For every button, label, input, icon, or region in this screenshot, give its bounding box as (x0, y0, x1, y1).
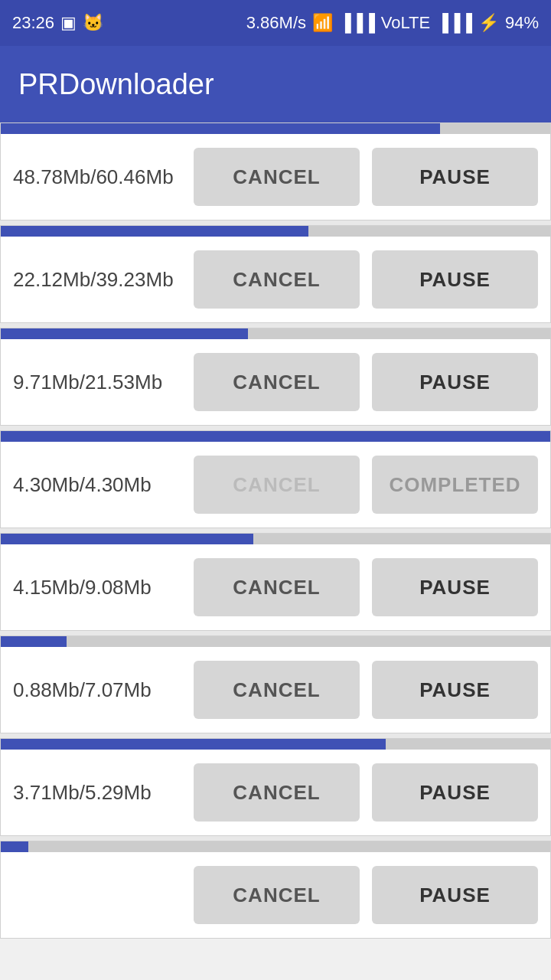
signal2-icon: ▐▐▐ (436, 13, 472, 33)
download-card: 4.15Mb/9.08MbCANCELPAUSE (0, 533, 551, 631)
progress-bar (1, 226, 308, 237)
completed-button: COMPLETED (372, 456, 538, 514)
file-size-label: 0.88Mb/7.07Mb (13, 678, 181, 702)
app-bar: PRDownloader (0, 46, 551, 122)
pause-button[interactable]: PAUSE (372, 250, 538, 309)
progress-bar-container (1, 431, 550, 442)
battery-percent: 94% (505, 13, 539, 33)
progress-bar (1, 636, 67, 647)
progress-bar (1, 841, 28, 852)
volte-label: VoLTE (381, 13, 430, 33)
file-size-label: 4.15Mb/9.08Mb (13, 576, 181, 599)
signal-icon: ▐▐▐ (339, 13, 375, 33)
download-card: 4.30Mb/4.30MbCANCELCOMPLETED (0, 430, 551, 528)
progress-bar-container (1, 739, 550, 750)
pause-button[interactable]: PAUSE (372, 558, 538, 616)
download-card: 3.71Mb/5.29MbCANCELPAUSE (0, 738, 551, 836)
cancel-button[interactable]: CANCEL (194, 250, 360, 309)
download-card: 0.88Mb/7.07MbCANCELPAUSE (0, 635, 551, 733)
cancel-button[interactable]: CANCEL (194, 661, 360, 719)
file-size-label: 22.12Mb/39.23Mb (13, 268, 181, 292)
charging-icon: ⚡ (478, 13, 499, 33)
file-size-label: 4.30Mb/4.30Mb (13, 473, 181, 497)
progress-bar-container (1, 636, 550, 647)
download-card: 48.78Mb/60.46MbCANCELPAUSE (0, 122, 551, 220)
app-icon: 🐱 (83, 13, 103, 33)
app-title: PRDownloader (18, 68, 214, 101)
progress-bar (1, 739, 386, 750)
progress-bar (1, 123, 440, 134)
file-size-label: 9.71Mb/21.53Mb (13, 371, 181, 394)
progress-bar-container (1, 123, 550, 134)
download-card: 22.12Mb/39.23MbCANCELPAUSE (0, 225, 551, 323)
cancel-button[interactable]: CANCEL (194, 558, 360, 616)
file-size-label: 3.71Mb/5.29Mb (13, 781, 181, 805)
wifi-icon: 📶 (312, 13, 333, 33)
progress-bar (1, 534, 253, 544)
speed-indicator: 3.86M/s (246, 13, 306, 33)
pause-button[interactable]: PAUSE (372, 763, 538, 822)
cancel-button[interactable]: CANCEL (194, 866, 360, 924)
pause-button[interactable]: PAUSE (372, 353, 538, 411)
progress-bar-container (1, 226, 550, 237)
progress-bar (1, 431, 550, 442)
file-size-label: 48.78Mb/60.46Mb (13, 165, 181, 189)
pause-button[interactable]: PAUSE (372, 866, 538, 924)
status-time: 23:26 (12, 13, 54, 33)
download-card: 9.71Mb/21.53MbCANCELPAUSE (0, 328, 551, 426)
pause-button[interactable]: PAUSE (372, 148, 538, 206)
pause-button[interactable]: PAUSE (372, 661, 538, 719)
progress-bar (1, 328, 248, 339)
status-right: 3.86M/s 📶 ▐▐▐ VoLTE ▐▐▐ ⚡ 94% (246, 13, 539, 33)
cancel-button: CANCEL (194, 456, 360, 514)
cancel-button[interactable]: CANCEL (194, 148, 360, 206)
progress-bar-container (1, 328, 550, 339)
download-card: CANCELPAUSE (0, 841, 551, 939)
cancel-button[interactable]: CANCEL (194, 353, 360, 411)
status-bar: 23:26 ▣ 🐱 3.86M/s 📶 ▐▐▐ VoLTE ▐▐▐ ⚡ 94% (0, 0, 551, 46)
status-left: 23:26 ▣ 🐱 (12, 13, 103, 33)
progress-bar-container (1, 534, 550, 544)
battery-icon: ▣ (60, 13, 77, 33)
downloads-container: 48.78Mb/60.46MbCANCELPAUSE22.12Mb/39.23M… (0, 122, 551, 939)
cancel-button[interactable]: CANCEL (194, 763, 360, 822)
progress-bar-container (1, 841, 550, 852)
